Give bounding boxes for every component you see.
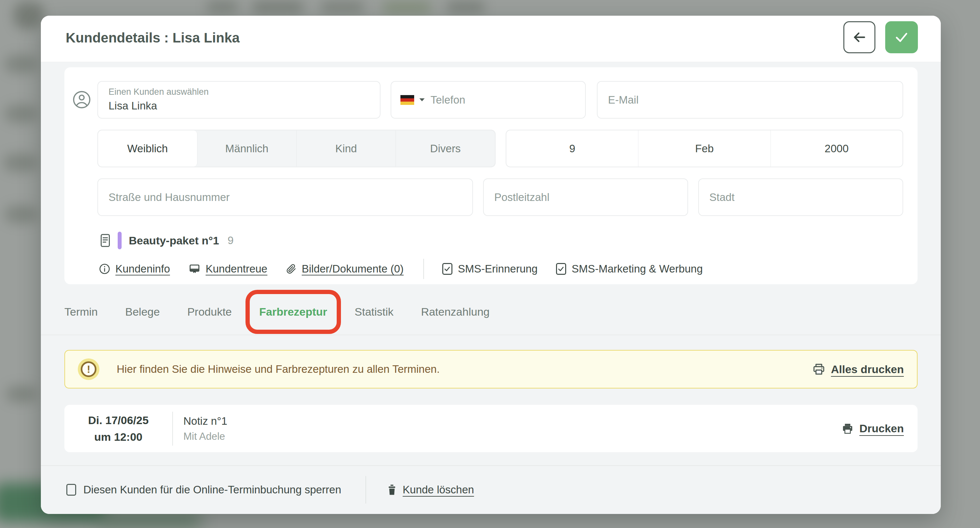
chevron-down-icon[interactable] <box>419 98 425 102</box>
check-icon <box>894 29 909 45</box>
back-button[interactable] <box>843 21 875 53</box>
gender-option-weiblich[interactable]: Weiblich <box>98 130 197 166</box>
tab-ratenzahlung[interactable]: Ratenzahlung <box>421 306 490 318</box>
background-blur-sidebar-item <box>5 205 38 224</box>
detail-tabs: Termin Belege Produkte Farbrezeptur Stat… <box>64 295 490 328</box>
paperclip-icon <box>286 263 297 274</box>
banner-text: Hier finden Sie die Hinweise und Farbrez… <box>117 363 440 376</box>
package-name: Beauty-paket n°1 <box>129 234 219 247</box>
background-blur-tab <box>446 1 485 14</box>
modal-title: Kundendetails : Lisa Linka <box>66 30 240 46</box>
save-button[interactable] <box>885 21 918 53</box>
background-blur-tab <box>252 1 304 14</box>
customer-select[interactable]: Einen Kunden auswählen Lisa Linka <box>97 81 380 119</box>
links-divider <box>423 259 424 279</box>
entry-note: Notiz n°1 Mit Adele <box>183 415 227 442</box>
trash-icon <box>387 484 398 496</box>
entry-date: Di. 17/06/25 um 12:00 <box>64 414 172 443</box>
background-blur-avatar <box>14 2 44 29</box>
email-field <box>597 81 903 119</box>
tab-produkte[interactable]: Produkte <box>187 306 232 318</box>
footer-vertical-divider <box>366 476 366 504</box>
entry-divider <box>172 412 173 446</box>
tab-termin[interactable]: Termin <box>64 306 98 318</box>
city-input[interactable] <box>699 179 902 215</box>
info-circle-icon <box>99 263 110 275</box>
phone-input[interactable] <box>431 82 585 118</box>
quick-links-row: Kundeninfo Kundentreue <box>99 258 721 280</box>
card-list-icon <box>99 233 112 248</box>
background-blur-tab <box>382 1 431 14</box>
warning-icon: ! <box>81 362 96 377</box>
background-blur-sidebar-item <box>5 105 38 123</box>
block-online-booking-checkbox[interactable] <box>66 484 76 496</box>
info-banner: ! Hier finden Sie die Hinweise und Farbr… <box>64 350 918 388</box>
birthdate-month[interactable]: Feb <box>638 130 770 166</box>
birthdate-year[interactable]: 2000 <box>771 130 902 166</box>
customer-select-value: Lisa Linka <box>108 100 369 112</box>
gender-option-kind[interactable]: Kind <box>297 130 396 166</box>
delete-customer-link[interactable]: Kunde löschen <box>387 484 474 496</box>
modal-header: Kundendetails : Lisa Linka <box>41 16 941 62</box>
street-field <box>97 178 473 216</box>
background-blur-sidebar-item <box>3 154 38 172</box>
arrow-left-icon <box>852 30 867 45</box>
background-blur-sidebar-item <box>5 55 38 73</box>
print-all-link[interactable]: Alles drucken <box>812 362 904 376</box>
customer-form-card: Einen Kunden auswählen Lisa Linka <box>64 67 918 284</box>
tab-farbrezeptur[interactable]: Farbrezeptur <box>259 306 327 318</box>
customer-info-link[interactable]: Kundeninfo <box>99 263 170 275</box>
modal-body: Einen Kunden auswählen Lisa Linka <box>41 62 941 514</box>
phone-field <box>391 81 586 119</box>
street-input[interactable] <box>98 179 473 215</box>
person-circle-icon <box>72 90 91 109</box>
recipe-entry-row: Di. 17/06/25 um 12:00 Notiz n°1 Mit Adel… <box>64 405 918 452</box>
print-entry-link[interactable]: Drucken <box>841 422 904 435</box>
email-input[interactable] <box>598 82 902 118</box>
gender-segmented-control: Weiblich Männlich Kind Divers <box>97 130 496 167</box>
gender-option-divers[interactable]: Divers <box>396 130 495 166</box>
sms-reminder-checkbox[interactable]: SMS-Erinnerung <box>442 263 538 275</box>
city-field <box>698 178 903 216</box>
customer-select-label: Einen Kunden auswählen <box>108 87 369 97</box>
background-blur-tab <box>320 1 364 14</box>
screen: Kundendetails : Lisa Linka <box>0 0 980 528</box>
checkbox-checked-icon <box>556 263 566 275</box>
customer-loyalty-link[interactable]: Kundentreue <box>188 263 267 275</box>
zip-field <box>483 178 688 216</box>
sms-marketing-checkbox[interactable]: SMS-Marketing & Werbung <box>556 263 703 275</box>
customer-details-modal: Kundendetails : Lisa Linka <box>41 16 941 514</box>
background-blur-tab <box>206 0 239 14</box>
printer-filled-icon <box>841 422 854 435</box>
background-blur-green-button <box>98 512 203 528</box>
birthdate-day[interactable]: 9 <box>506 130 638 166</box>
package-color-bar <box>118 231 122 249</box>
zip-input[interactable] <box>484 179 687 215</box>
footer-divider <box>41 465 941 466</box>
package-row: Beauty-paket n°1 9 <box>99 231 234 250</box>
printer-outline-icon <box>812 362 826 376</box>
package-count: 9 <box>228 234 233 247</box>
images-documents-link[interactable]: Bilder/Dokumente (0) <box>286 263 404 275</box>
loyalty-card-icon <box>188 263 201 275</box>
gender-option-maennlich[interactable]: Männlich <box>197 130 297 166</box>
birthdate-picker: 9 Feb 2000 <box>506 130 903 167</box>
block-online-booking-label: Diesen Kunden für die Online-Terminbuchu… <box>83 484 341 496</box>
germany-flag-icon[interactable] <box>401 95 414 105</box>
background-blur-sidebar-item <box>6 385 37 403</box>
modal-footer: Diesen Kunden für die Online-Terminbuchu… <box>66 476 474 504</box>
tab-statistik[interactable]: Statistik <box>355 306 394 318</box>
checkbox-checked-icon <box>442 263 452 275</box>
tabs-divider <box>41 335 941 335</box>
tab-belege[interactable]: Belege <box>125 306 160 318</box>
